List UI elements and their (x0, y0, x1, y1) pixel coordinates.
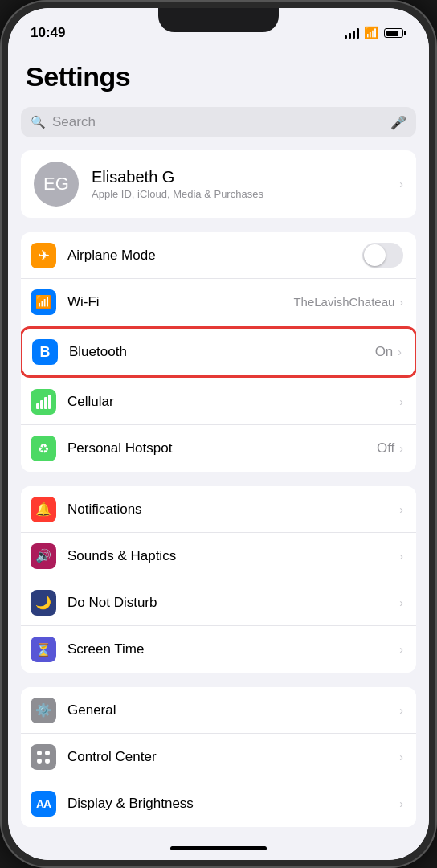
hotspot-value: Off (377, 440, 394, 457)
svg-rect-2 (44, 397, 47, 409)
cellular-icon-svg (35, 394, 51, 410)
controlcenter-icon-svg (35, 749, 51, 765)
svg-point-4 (37, 751, 42, 755)
bluetooth-highlight-border: B Bluetooth On › (21, 326, 416, 378)
notifications-label: Notifications (67, 502, 142, 518)
sounds-icon: 🔊 (31, 543, 56, 569)
hotspot-chevron: › (399, 442, 403, 455)
page-title: Settings (26, 61, 411, 92)
notifications-chevron: › (399, 503, 403, 516)
profile-info: Elisabeth G Apple ID, iCloud, Media & Pu… (92, 168, 399, 200)
search-placeholder: Search (52, 114, 384, 130)
bluetooth-right: On › (375, 344, 402, 360)
cellular-icon (31, 389, 56, 415)
display-label: Display & Brightness (67, 796, 194, 812)
donotdisturb-label: Do Not Disturb (67, 595, 157, 611)
display-chevron: › (399, 797, 403, 810)
display-row[interactable]: AA Display & Brightness › (21, 780, 416, 827)
screentime-content: Screen Time › (67, 641, 403, 657)
general-chevron: › (399, 704, 403, 717)
home-bar (170, 846, 267, 850)
search-bar[interactable]: 🔍 Search 🎤 (21, 107, 416, 137)
general-label: General (67, 702, 116, 719)
svg-point-5 (45, 751, 50, 755)
notifications-row[interactable]: 🔔 Notifications › (21, 486, 416, 533)
profile-chevron: › (399, 178, 403, 190)
toggle-thumb (364, 244, 386, 266)
airplane-mode-row[interactable]: ✈ Airplane Mode (21, 232, 416, 279)
wifi-icon: 📶 (364, 26, 379, 40)
profile-row[interactable]: EG Elisabeth G Apple ID, iCloud, Media &… (21, 150, 416, 218)
hotspot-row[interactable]: ♻ Personal Hotspot Off › (21, 425, 416, 472)
hotspot-content: Personal Hotspot Off › (67, 440, 403, 457)
home-indicator (8, 836, 429, 860)
hotspot-right: Off › (377, 440, 403, 457)
cellular-label: Cellular (67, 394, 114, 410)
svg-point-6 (37, 759, 42, 764)
screentime-icon: ⏳ (31, 637, 56, 662)
status-time: 10:49 (31, 25, 65, 41)
donotdisturb-row[interactable]: 🌙 Do Not Disturb › (21, 579, 416, 626)
controlcenter-content: Control Center › (67, 749, 403, 765)
sounds-row[interactable]: 🔊 Sounds & Haptics › (21, 533, 416, 579)
controlcenter-chevron: › (399, 751, 403, 764)
phone-screen: 10:49 📶 S (8, 8, 429, 860)
notifications-icon: 🔔 (31, 497, 56, 522)
wifi-right: TheLavishChateau › (293, 295, 403, 309)
notch (158, 8, 279, 32)
donotdisturb-content: Do Not Disturb › (67, 595, 403, 611)
bluetooth-value: On (375, 344, 394, 360)
settings-content: Settings 🔍 Search 🎤 EG Elisabeth G Apple… (8, 48, 429, 836)
controlcenter-label: Control Center (67, 749, 157, 765)
profile-subtitle: Apple ID, iCloud, Media & Purchases (92, 188, 399, 200)
svg-rect-0 (36, 403, 39, 409)
bluetooth-label: Bluetooth (69, 344, 127, 360)
wifi-value: TheLavishChateau (293, 295, 394, 309)
airplane-mode-content: Airplane Mode (67, 243, 403, 268)
system-section: ⚙️ General › (21, 687, 416, 827)
battery-icon (384, 28, 406, 38)
screentime-chevron: › (399, 643, 403, 656)
wifi-row[interactable]: 📶 Wi-Fi TheLavishChateau › (21, 279, 416, 326)
airplane-mode-toggle[interactable] (362, 243, 403, 268)
hotspot-icon: ♻ (31, 436, 56, 461)
airplane-mode-label: Airplane Mode (67, 248, 156, 264)
connectivity-section: ✈ Airplane Mode 📶 (21, 232, 416, 472)
bluetooth-row[interactable]: B Bluetooth On › (22, 329, 415, 375)
general-row[interactable]: ⚙️ General › (21, 687, 416, 734)
screentime-label: Screen Time (67, 641, 144, 657)
svg-point-7 (45, 759, 50, 764)
sounds-content: Sounds & Haptics › (67, 548, 403, 564)
search-icon: 🔍 (31, 115, 46, 129)
signal-icon (345, 27, 359, 39)
screentime-row[interactable]: ⏳ Screen Time › (21, 626, 416, 673)
notifications-content: Notifications › (67, 502, 403, 518)
sounds-chevron: › (399, 550, 403, 563)
preferences-section: 🔔 Notifications › 🔊 Sounds & H (21, 486, 416, 673)
hotspot-label: Personal Hotspot (67, 440, 172, 457)
status-bar: 10:49 📶 (8, 8, 429, 48)
bluetooth-highlight-wrapper: B Bluetooth On › (21, 326, 416, 378)
wifi-chevron: › (399, 296, 403, 309)
general-icon: ⚙️ (31, 698, 56, 723)
cellular-chevron: › (399, 395, 403, 408)
general-content: General › (67, 702, 403, 719)
donotdisturb-icon: 🌙 (31, 590, 56, 616)
cellular-row[interactable]: Cellular › (21, 379, 416, 425)
display-icon: AA (31, 791, 56, 817)
svg-rect-1 (40, 400, 43, 409)
controlcenter-row[interactable]: Control Center › (21, 734, 416, 780)
page-header: Settings (8, 48, 429, 99)
svg-rect-3 (48, 395, 51, 409)
display-content: Display & Brightness › (67, 796, 403, 812)
airplane-mode-icon: ✈ (31, 243, 56, 268)
donotdisturb-chevron: › (399, 596, 403, 609)
bluetooth-content: Bluetooth On › (69, 344, 402, 360)
phone-shell: 10:49 📶 S (0, 0, 437, 868)
microphone-icon: 🎤 (390, 115, 406, 130)
wifi-icon: 📶 (31, 289, 56, 315)
wifi-content: Wi-Fi TheLavishChateau › (67, 294, 403, 310)
screen-content: 10:49 📶 S (8, 8, 429, 860)
wifi-label: Wi-Fi (67, 294, 100, 310)
sounds-label: Sounds & Haptics (67, 548, 176, 564)
